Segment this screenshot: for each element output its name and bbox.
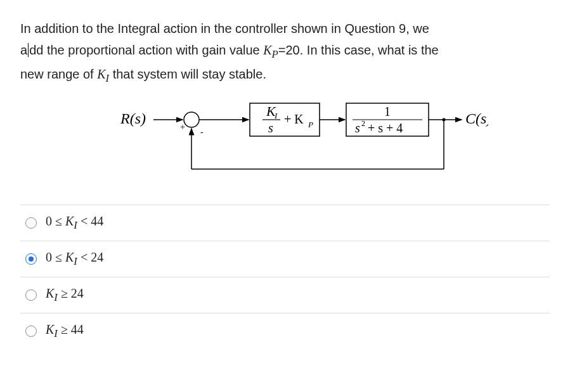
svg-text:1: 1 bbox=[384, 104, 391, 118]
prompt-l3-b: that system will stay stable. bbox=[109, 67, 266, 81]
question-container: In addition to the Integral action in th… bbox=[0, 0, 570, 367]
prompt-l3-a: new range of bbox=[20, 67, 97, 81]
svg-text:s: s bbox=[355, 121, 360, 135]
question-prompt: In addition to the Integral action in th… bbox=[20, 18, 550, 88]
option-label: KI ≥ 24 bbox=[46, 286, 84, 304]
block-diagram: R(s) + - K I s + K P 1 s bbox=[20, 99, 550, 191]
option-2[interactable]: 0 ≤ KI < 24 bbox=[20, 241, 550, 277]
svg-text:+ K: + K bbox=[284, 112, 304, 126]
svg-text:+ s + 4: + s + 4 bbox=[368, 121, 403, 135]
ki-var: K bbox=[97, 67, 105, 81]
option-label: KI ≥ 44 bbox=[46, 322, 84, 340]
prompt-l2-b: dd the proportional action with gain val… bbox=[29, 43, 263, 57]
radio-icon bbox=[25, 217, 37, 229]
radio-icon bbox=[25, 289, 37, 301]
option-1[interactable]: 0 ≤ KI < 44 bbox=[20, 205, 550, 241]
svg-point-18 bbox=[442, 118, 445, 121]
kp-var: K bbox=[263, 43, 271, 57]
radio-icon bbox=[25, 253, 37, 265]
input-label: R(s) bbox=[120, 110, 146, 127]
svg-text:s: s bbox=[268, 121, 273, 135]
plus-sign: + bbox=[180, 122, 185, 132]
prompt-l2-a: a bbox=[20, 43, 27, 57]
minus-sign: - bbox=[200, 127, 204, 137]
svg-text:P: P bbox=[308, 120, 313, 129]
output-label: C(s) bbox=[465, 110, 488, 127]
option-4[interactable]: KI ≥ 44 bbox=[20, 313, 550, 349]
answer-options: 0 ≤ KI < 44 0 ≤ KI < 24 KI ≥ 24 KI ≥ 44 bbox=[20, 205, 550, 349]
summing-junction bbox=[184, 112, 199, 127]
radio-icon bbox=[25, 326, 37, 337]
option-3[interactable]: KI ≥ 24 bbox=[20, 277, 550, 313]
svg-text:2: 2 bbox=[361, 119, 365, 128]
option-label: 0 ≤ KI < 44 bbox=[46, 214, 103, 232]
svg-text:I: I bbox=[274, 111, 278, 120]
prompt-line-1: In addition to the Integral action in th… bbox=[20, 22, 429, 35]
text-caret bbox=[28, 43, 29, 57]
option-label: 0 ≤ KI < 24 bbox=[46, 250, 103, 268]
kp-value: =20. In this case, what is the bbox=[278, 43, 439, 57]
kp-sub: P bbox=[272, 48, 278, 60]
